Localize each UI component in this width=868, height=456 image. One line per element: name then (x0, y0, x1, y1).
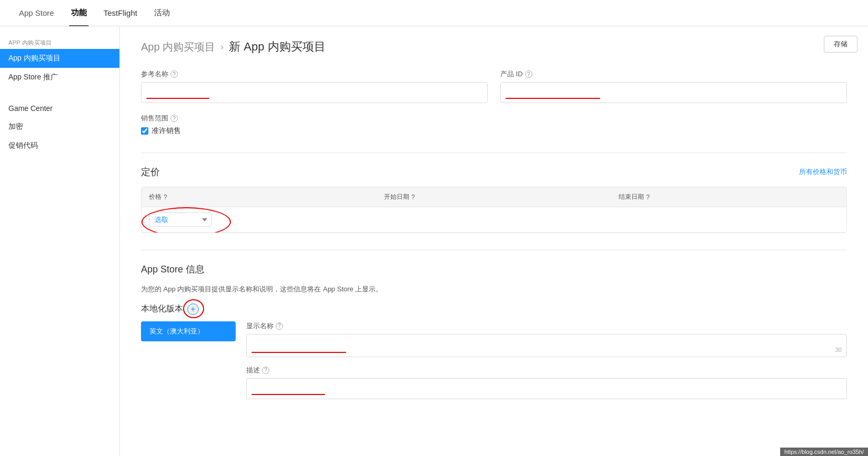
nav-testflight[interactable]: TestFlight (95, 0, 146, 26)
breadcrumb-separator: › (220, 42, 224, 53)
add-localization-button[interactable]: + (187, 303, 199, 315)
allow-sales-checkbox[interactable] (141, 127, 148, 135)
breadcrumb-parent[interactable]: App 内购买项目 (141, 40, 215, 54)
sidebar-divider (0, 87, 119, 99)
product-id-help-icon[interactable]: ? (525, 70, 532, 78)
display-name-char-count: 30 (835, 347, 842, 353)
reference-product-row: 参考名称 ? 产品 ID ? (141, 69, 847, 103)
display-name-input-wrap: 30 (246, 334, 847, 357)
pricing-section: 定价 所有价格和货币 价格 ? 开始日期 ? 结束日期 ? (141, 166, 847, 233)
reference-name-label: 参考名称 ? (141, 69, 488, 79)
url-bar: https://blog.csdn.net/ao_ro35h/ (780, 448, 868, 456)
top-navigation: App Store 功能 TestFlight 活动 (0, 0, 868, 26)
product-id-label: 产品 ID ? (500, 69, 847, 79)
end-date-col-help-icon[interactable]: ? (646, 194, 650, 201)
localization-content: 英文（澳大利亚） 显示名称 ? 30 (141, 321, 847, 408)
lang-tab-en-au[interactable]: 英文（澳大利亚） (141, 321, 236, 341)
product-id-input-wrap (500, 82, 847, 103)
app-store-info-section: App Store 信息 为您的 App 内购买项目提供显示名称和说明，这些信息… (141, 263, 847, 408)
app-store-info-desc: 为您的 App 内购买项目提供显示名称和说明，这些信息将在 App Store … (141, 284, 847, 295)
pricing-table-header: 价格 ? 开始日期 ? 结束日期 ? (142, 187, 846, 207)
start-date-col-header: 开始日期 ? (377, 187, 612, 207)
divider-1 (141, 153, 847, 153)
allow-sales-label: 准许销售 (152, 126, 181, 136)
price-col-help-icon[interactable]: ? (164, 194, 167, 201)
display-name-help-icon[interactable]: ? (276, 322, 283, 330)
description-group: 描述 ? (246, 366, 847, 399)
display-name-label: 显示名称 ? (246, 321, 847, 331)
start-date-col-help-icon[interactable]: ? (411, 194, 415, 201)
price-col-header: 价格 ? (142, 187, 377, 207)
price-select[interactable]: 选取 免费 ¥1 ¥3 ¥6 ¥12 ¥18 ¥25 ¥30 (149, 212, 212, 227)
localization-title: 本地化版本 (141, 303, 183, 315)
sidebar-section-label: APP 内购买项目 (0, 35, 119, 49)
end-date-col-header: 结束日期 ? (611, 187, 846, 207)
sidebar-item-in-app-purchase[interactable]: App 内购买项目 (0, 49, 119, 68)
reference-name-help-icon[interactable]: ? (170, 70, 178, 78)
reference-name-group: 参考名称 ? (141, 69, 488, 103)
price-select-wrapper: 选取 免费 ¥1 ¥3 ¥6 ¥12 ¥18 ¥25 ¥30 (149, 212, 212, 227)
main-layout: APP 内购买项目 App 内购买项目 App Store 推广 Game Ce… (0, 26, 868, 456)
app-store-info-title: App Store 信息 (141, 263, 847, 276)
pricing-section-title: 定价 所有价格和货币 (141, 166, 847, 178)
nav-app-store[interactable]: App Store (11, 0, 63, 26)
all-prices-link[interactable]: 所有价格和货币 (799, 167, 847, 177)
sidebar: APP 内购买项目 App 内购买项目 App Store 推广 Game Ce… (0, 26, 120, 456)
main-content: 存储 App 内购买项目 › 新 App 内购买项目 参考名称 ? 产品 (120, 26, 868, 456)
description-input[interactable] (246, 378, 847, 399)
lang-tabs: 英文（澳大利亚） (141, 321, 236, 408)
sales-scope-label: 销售范围 ? (141, 114, 847, 123)
display-name-group: 显示名称 ? 30 (246, 321, 847, 357)
sales-scope-section: 销售范围 ? 准许销售 (141, 114, 847, 136)
breadcrumb: App 内购买项目 › 新 App 内购买项目 (141, 39, 847, 55)
localization-row: 本地化版本 + (141, 303, 847, 315)
sidebar-item-encrypt[interactable]: 加密 (0, 117, 119, 136)
locale-form: 显示名称 ? 30 描述 ? (246, 321, 847, 408)
reference-name-input[interactable] (141, 82, 488, 103)
nav-features[interactable]: 功能 (63, 0, 95, 26)
price-cell: 选取 免费 ¥1 ¥3 ¥6 ¥12 ¥18 ¥25 ¥30 (149, 212, 379, 227)
save-button[interactable]: 存储 (824, 36, 857, 53)
pricing-table: 价格 ? 开始日期 ? 结束日期 ? (141, 187, 847, 233)
add-lang-wrapper: + (187, 303, 199, 315)
description-label: 描述 ? (246, 366, 847, 375)
description-help-icon[interactable]: ? (262, 367, 269, 374)
product-id-input[interactable] (500, 82, 847, 103)
description-input-wrap (246, 378, 847, 399)
sidebar-item-promo-code[interactable]: 促销代码 (0, 136, 119, 155)
sidebar-item-game-center[interactable]: Game Center (0, 99, 119, 117)
reference-name-input-wrap (141, 82, 488, 103)
pricing-table-row: 选取 免费 ¥1 ¥3 ¥6 ¥12 ¥18 ¥25 ¥30 (142, 207, 846, 232)
sidebar-item-app-store-promote[interactable]: App Store 推广 (0, 68, 119, 87)
allow-sales-row: 准许销售 (141, 126, 847, 136)
nav-activities[interactable]: 活动 (146, 0, 178, 26)
product-id-group: 产品 ID ? (500, 69, 847, 103)
divider-2 (141, 250, 847, 250)
display-name-input[interactable] (246, 334, 847, 357)
breadcrumb-current: 新 App 内购买项目 (229, 39, 325, 55)
sales-scope-help-icon[interactable]: ? (170, 115, 178, 122)
